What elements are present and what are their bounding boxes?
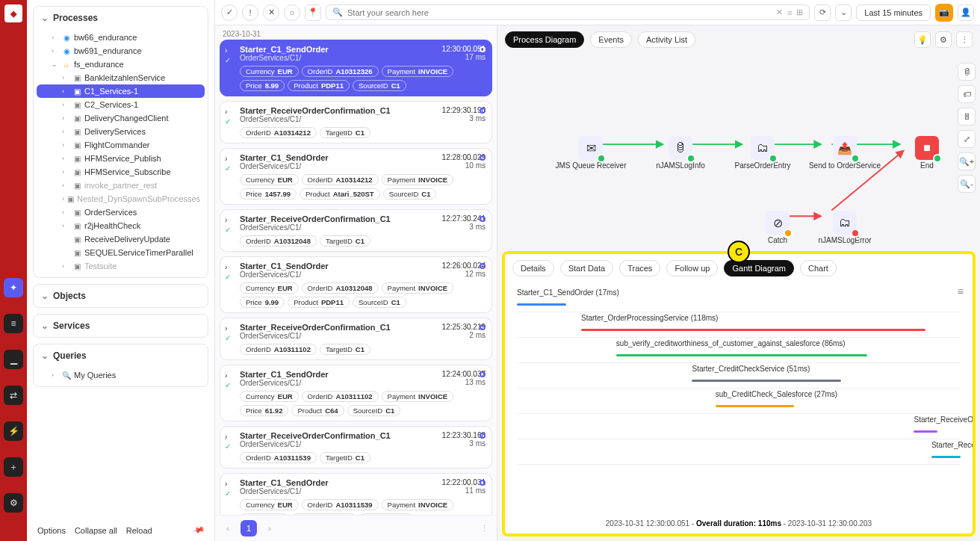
tree-row[interactable]: ›▣BankleitzahlenService (37, 71, 205, 84)
chip: Price89.99 (240, 513, 288, 515)
gantt-panel: C DetailsStart DataTracesFollow upGantt … (502, 251, 976, 537)
bottom-tab[interactable]: Start Data (560, 260, 614, 276)
tree-row[interactable]: ›▣OrderServices (37, 205, 205, 219)
db-icon[interactable]: 🛢 (958, 63, 976, 81)
objects-panel[interactable]: ⌄Objects (33, 284, 208, 308)
reload-link[interactable]: Reload (126, 526, 152, 535)
user-button[interactable]: 👤 (958, 4, 974, 21)
services-title: Services (53, 321, 90, 331)
tree-row[interactable]: ›◉bw66_endurance (37, 31, 205, 44)
warn-button[interactable]: ! (242, 4, 258, 21)
more-icon[interactable]: ⋮ (956, 31, 973, 48)
pager-current[interactable]: 1 (241, 520, 257, 537)
bottom-tab[interactable]: Traces (619, 260, 660, 276)
tree-row[interactable]: ›▣C2_Services-1 (37, 98, 205, 111)
diagram-node[interactable]: 🗂ParseOrderEntry (722, 136, 804, 170)
detail-tabs: Process Diagram Events Activity List 💡 ⚙… (497, 25, 980, 54)
camera-button[interactable]: 📷 (935, 4, 953, 22)
event-card[interactable]: ›✓ Starter_ReceiveOrderConfirmation_C1Or… (220, 318, 492, 360)
bottom-tab[interactable]: Details (512, 260, 554, 276)
rail-swap-icon[interactable]: ⇄ (4, 386, 23, 405)
rail-chart-icon[interactable]: ▁ (4, 350, 23, 369)
search-input[interactable] (347, 8, 772, 17)
tree-row[interactable]: ›▣Nested_DynSpawnSubProcesses (37, 192, 205, 205)
status-indicator (480, 108, 486, 114)
diagram-node[interactable]: 🛢nJAMSLogInfo (639, 136, 722, 170)
tree-row[interactable]: ›▣r2jHealthCheck (37, 219, 205, 232)
rail-gear-icon[interactable]: ⚙ (4, 493, 23, 513)
diagram-node[interactable]: ■End (886, 136, 968, 170)
chevron-down-icon: ⌄ (41, 13, 49, 23)
options-link[interactable]: Options (37, 526, 66, 535)
event-card[interactable]: ›✓ Starter_C1_SendOrderOrderServices/C1/… (220, 256, 492, 313)
tab-process-diagram[interactable]: Process Diagram (505, 31, 584, 48)
tree-row[interactable]: ›▣FlightCommander (37, 138, 205, 152)
pager-next[interactable]: › (261, 520, 278, 537)
tree-row[interactable]: ›▣C1_Services-1 (37, 84, 205, 98)
processes-header[interactable]: ⌄ Processes (34, 7, 208, 29)
bottom-tab[interactable]: Follow up (666, 260, 718, 276)
time-range-picker[interactable]: Last 15 minutes (856, 4, 931, 21)
gantt-chart[interactable]: ≡ Starter_C1_SendOrder (17ms) Starter_Or… (505, 282, 973, 513)
process-diagram[interactable]: ✉JMS Queue Receiver🛢nJAMSLogInfo🗂ParseOr… (505, 54, 950, 248)
event-card[interactable]: ›✓ Starter_ReceiveOrderConfirmation_C1Or… (220, 101, 492, 143)
circle-button[interactable]: ○ (284, 4, 300, 21)
pager-menu[interactable]: ⋮ (476, 520, 492, 537)
gear-icon[interactable]: ⚙ (935, 31, 952, 48)
queries-header[interactable]: ⌄Queries (34, 344, 208, 367)
tab-events[interactable]: Events (590, 31, 632, 48)
gantt-row: Starter_OrderProcessingService (118ms) (517, 312, 961, 338)
diagram-node[interactable]: ✉JMS Queue Receiver (550, 136, 632, 170)
diagram-node[interactable]: 📤Send to OrderService (804, 136, 886, 170)
tree-row[interactable]: ›▣Testsuite (37, 259, 205, 273)
event-card[interactable]: ›✓ Starter_C1_SendOrderOrderServices/C1/… (220, 473, 492, 515)
services-panel[interactable]: ⌄Services (33, 314, 208, 338)
pin-icon[interactable]: 📌 (192, 523, 206, 537)
objects-title: Objects (53, 291, 86, 301)
clear-search-icon[interactable]: ✕ (776, 7, 783, 17)
app-logo[interactable]: ◆ (4, 4, 22, 22)
status-indicator (480, 155, 486, 161)
tree-row[interactable]: ›▣DeliveryChangedClient (37, 111, 205, 125)
tag-icon[interactable]: 🏷 (958, 85, 976, 103)
grid-view-icon[interactable]: ⊞ (796, 7, 803, 17)
chip: ProductC64 (291, 405, 344, 416)
tree-row[interactable]: ›▣HFMService_Subscribe (37, 165, 205, 179)
refresh-button[interactable]: ⟳ (814, 4, 831, 21)
tree-row[interactable]: ›◉bw691_endurance (37, 44, 205, 58)
tree-row[interactable]: ›▣invoke_partner_rest (37, 179, 205, 192)
event-card[interactable]: ›✓ Starter_C1_SendOrderOrderServices/C1/… (220, 148, 492, 205)
rail-plus-icon[interactable]: ＋ (4, 457, 23, 477)
event-list[interactable]: ›✓ Starter_C1_SendOrderOrderServices/C1/… (215, 40, 497, 515)
rail-add-button[interactable]: ✦ (4, 278, 23, 297)
rail-list-icon[interactable]: ≡ (4, 314, 23, 333)
bottom-tab[interactable]: Chart (800, 260, 837, 276)
list-view-icon[interactable]: ≡ (787, 8, 792, 17)
tree-row[interactable]: ›▣HFMService_Publish (37, 152, 205, 165)
tree-row[interactable]: ▣ReceiveDeliveryUpdate (37, 232, 205, 246)
pager-prev[interactable]: ‹ (220, 520, 236, 537)
status-indicator (480, 46, 486, 52)
event-card[interactable]: ›✓ Starter_C1_SendOrderOrderServices/C1/… (220, 365, 492, 421)
my-queries-row[interactable]: ›🔍 My Queries (37, 368, 205, 382)
close-button[interactable]: ✕ (263, 4, 279, 21)
tree-row[interactable]: ⌄⌂fs_endurance (37, 58, 205, 71)
check-button[interactable]: ✓ (221, 4, 238, 21)
pin-button[interactable]: 📍 (305, 4, 321, 21)
event-card[interactable]: ›✓ Starter_ReceiveOrderConfirmation_C1Or… (220, 426, 492, 469)
chip: CurrencyEUR (240, 282, 299, 294)
diagram-node[interactable]: 🗂nJAMSLogError (804, 211, 886, 244)
tree-row[interactable]: ›▣DeliveryServices (37, 125, 205, 138)
collapse-all-link[interactable]: Collapse all (75, 526, 117, 535)
process-tree: ›◉bw66_endurance›◉bw691_endurance⌄⌂fs_en… (34, 29, 208, 277)
tree-row[interactable]: ▣SEQUELServiceTimerParallel (37, 246, 205, 259)
dropdown-button[interactable]: ⌄ (835, 4, 852, 21)
zoom-out-icon[interactable]: 🔍- (958, 175, 976, 193)
rail-bolt-icon[interactable]: ⚡ (4, 421, 23, 441)
tab-activity-list[interactable]: Activity List (638, 31, 695, 48)
chip: ProductPDP11 (288, 80, 350, 91)
tune-icon[interactable]: 🎚 (958, 108, 976, 126)
event-card[interactable]: ›✓ Starter_C1_SendOrderOrderServices/C1/… (220, 40, 492, 96)
hint-icon[interactable]: 💡 (914, 31, 931, 48)
event-card[interactable]: ›✓ Starter_ReceiveOrderConfirmation_C1Or… (220, 209, 492, 252)
